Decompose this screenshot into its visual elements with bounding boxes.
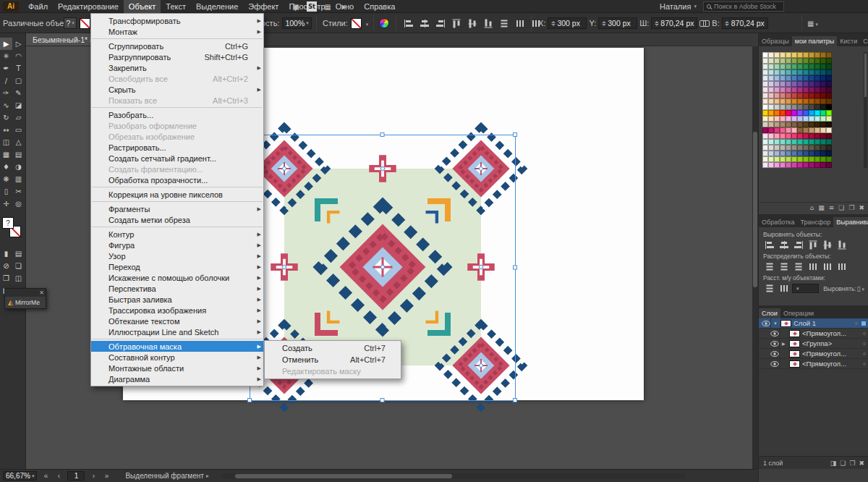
color-swatch[interactable] xyxy=(786,75,791,81)
color-swatch[interactable] xyxy=(786,122,791,127)
new-sublayer-button[interactable]: ❏ xyxy=(840,458,846,468)
status-indicator-dropdown[interactable]: Выделенный фрагмент xyxy=(125,472,208,480)
adobe-stock-icon[interactable]: St xyxy=(307,1,317,12)
color-swatch[interactable] xyxy=(791,98,797,104)
horizontal-scrollbar[interactable] xyxy=(222,473,685,479)
eraser-tool[interactable]: ◪ xyxy=(12,99,25,111)
color-swatch[interactable] xyxy=(786,93,791,98)
scale-tool[interactable]: ▱ xyxy=(12,111,25,124)
color-swatch[interactable] xyxy=(809,116,814,122)
color-swatch[interactable] xyxy=(791,151,797,156)
layer-row[interactable]: <Прямоугол... ○ xyxy=(759,349,868,359)
color-swatch[interactable] xyxy=(803,133,809,139)
menu-item[interactable]: Обтекание текстом ▶ xyxy=(91,316,263,326)
color-swatch[interactable] xyxy=(814,110,820,116)
color-swatch[interactable] xyxy=(780,139,786,145)
color-swatch[interactable] xyxy=(780,162,786,168)
new-layer-button[interactable]: ❐ xyxy=(849,458,855,468)
draw-normal-button[interactable]: ❏ xyxy=(12,260,25,272)
color-swatch[interactable] xyxy=(791,93,797,98)
panel-tab[interactable]: Образцы xyxy=(759,36,792,46)
color-swatch[interactable] xyxy=(820,87,826,93)
color-swatch[interactable] xyxy=(768,98,774,104)
color-swatch[interactable] xyxy=(762,116,768,122)
visibility-eye-icon[interactable] xyxy=(770,349,780,359)
color-swatch[interactable] xyxy=(797,139,803,145)
color-swatch[interactable] xyxy=(762,139,768,145)
menu-item[interactable]: Закрепить ▶ xyxy=(91,62,263,73)
next-artboard-button[interactable]: › xyxy=(89,472,98,480)
swatch-options-button[interactable]: ≡ xyxy=(829,203,835,213)
color-swatch[interactable] xyxy=(774,93,780,98)
color-swatch[interactable] xyxy=(803,145,809,151)
color-swatch[interactable] xyxy=(809,64,814,69)
gradient-button[interactable]: ▤ xyxy=(12,248,25,260)
color-swatch[interactable] xyxy=(809,81,814,87)
color-swatch[interactable] xyxy=(809,162,814,168)
color-swatch[interactable] xyxy=(826,116,832,122)
color-swatch[interactable] xyxy=(791,156,797,162)
menu-item[interactable]: Трассировка изображения ▶ xyxy=(91,305,263,316)
fill-variable-dropdown[interactable]: ? xyxy=(64,17,77,29)
color-swatch[interactable] xyxy=(809,127,814,133)
line-tool[interactable]: ∕ xyxy=(0,75,12,87)
recolor-artwork-icon[interactable] xyxy=(379,18,389,28)
menu-item[interactable]: Обработка прозрачности... ▶ xyxy=(91,174,263,185)
color-swatch[interactable] xyxy=(814,104,820,110)
color-swatch[interactable] xyxy=(820,64,826,69)
color-swatch[interactable] xyxy=(780,75,786,81)
menu-item[interactable]: Скрыть ▶ xyxy=(91,84,263,95)
layer-target-icon[interactable]: ○ xyxy=(863,341,866,346)
layer-row[interactable]: <Прямоугол... ○ xyxy=(759,329,868,339)
distribute-right-button[interactable] xyxy=(835,261,848,272)
color-swatch[interactable] xyxy=(786,58,791,64)
align-left-button[interactable] xyxy=(402,18,415,29)
free-transform-tool[interactable]: ▭ xyxy=(12,124,25,136)
color-swatch[interactable] xyxy=(768,156,774,162)
color-swatch[interactable] xyxy=(814,87,820,93)
color-swatch[interactable] xyxy=(762,133,768,139)
color-swatch[interactable] xyxy=(797,162,803,168)
color-swatch[interactable] xyxy=(791,110,797,116)
menu-item[interactable]: Разобрать... ▶ xyxy=(91,109,263,120)
menu-item[interactable]: Создать сетчатый градиент... ▶ xyxy=(91,153,263,164)
menu-item[interactable]: Освободить все Alt+Ctrl+2 ▶ xyxy=(91,73,263,84)
color-swatch[interactable] xyxy=(768,133,774,139)
align-top-button[interactable] xyxy=(808,239,819,252)
color-swatch[interactable] xyxy=(814,162,820,168)
color-swatch[interactable] xyxy=(797,110,803,116)
color-swatch[interactable] xyxy=(809,151,814,156)
layer-target-icon[interactable]: ○ xyxy=(855,321,858,326)
vertical-scrollbar[interactable] xyxy=(752,46,758,469)
color-swatch[interactable] xyxy=(791,69,797,75)
x-field[interactable]: 300 px xyxy=(548,17,587,29)
visibility-eye-icon[interactable] xyxy=(770,359,780,369)
menu-item[interactable]: Быстрая заливка ▶ xyxy=(91,294,263,305)
magic-wand-tool[interactable]: ✳ xyxy=(0,50,12,62)
prev-artboard-button[interactable]: ‹ xyxy=(54,472,63,480)
color-swatch[interactable] xyxy=(780,93,786,98)
color-swatch[interactable] xyxy=(814,156,820,162)
color-swatch[interactable] xyxy=(762,98,768,104)
color-swatch[interactable] xyxy=(762,75,768,81)
color-swatch[interactable] xyxy=(774,81,780,87)
menu-item[interactable]: Создать метки обреза ▶ xyxy=(91,214,263,225)
color-swatch[interactable] xyxy=(826,122,832,127)
slice-tool[interactable]: ✂ xyxy=(12,185,25,198)
color-swatch[interactable] xyxy=(780,52,786,58)
submenu-item[interactable]: Создать Ctrl+7 xyxy=(265,342,401,354)
zoom-level-dropdown[interactable]: 66,67% xyxy=(3,471,37,481)
share-icon[interactable]: ➤ xyxy=(339,1,349,12)
color-swatch[interactable] xyxy=(814,145,820,151)
color-swatch[interactable] xyxy=(820,145,826,151)
color-swatch[interactable] xyxy=(768,145,774,151)
spacing-value-dropdown[interactable] xyxy=(792,284,819,293)
color-swatch[interactable] xyxy=(797,75,803,81)
color-swatch[interactable] xyxy=(814,75,820,81)
color-swatch[interactable] xyxy=(791,139,797,145)
menubar-item[interactable]: Эффект xyxy=(243,0,284,13)
color-swatch[interactable] xyxy=(814,151,820,156)
color-swatch[interactable] xyxy=(762,52,768,58)
color-swatch[interactable] xyxy=(791,104,797,110)
menubar-item[interactable]: Справка xyxy=(359,0,400,13)
